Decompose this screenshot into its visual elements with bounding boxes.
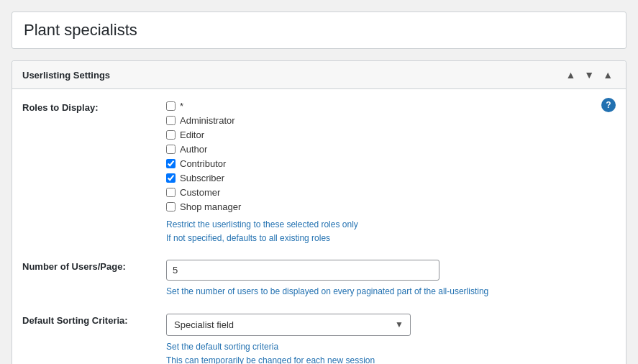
sorting-help-line1: Set the default sorting criteria bbox=[166, 340, 616, 354]
roles-list: * Administrator Editor Author bbox=[166, 101, 601, 212]
widget-up-button[interactable]: ▲ bbox=[562, 68, 578, 81]
role-checkbox-contributor[interactable] bbox=[166, 159, 176, 168]
role-label-author: Author bbox=[180, 144, 207, 155]
users-per-page-input[interactable] bbox=[166, 260, 439, 281]
widget-header: Userlisting Settings ▲ ▼ ▲ bbox=[12, 61, 626, 89]
widget-collapse-button[interactable]: ▲ bbox=[600, 68, 616, 81]
users-per-page-help-text: Set the number of users to be displayed … bbox=[166, 286, 488, 296]
list-item[interactable]: Author bbox=[166, 144, 601, 155]
users-per-page-label: Number of Users/Page: bbox=[22, 260, 166, 299]
role-label-star: * bbox=[180, 101, 183, 112]
widget-down-button[interactable]: ▼ bbox=[581, 68, 597, 81]
sorting-help-line2: This can temporarily be changed for each… bbox=[166, 354, 616, 364]
sorting-label: Default Sorting Criteria: bbox=[22, 314, 166, 364]
role-label-administrator: Administrator bbox=[180, 115, 235, 126]
list-item[interactable]: Subscriber bbox=[166, 173, 601, 183]
roles-help-line2: If not specified, defaults to all existi… bbox=[166, 232, 616, 245]
role-checkbox-shop-manager[interactable] bbox=[166, 202, 176, 211]
widget-title: Userlisting Settings bbox=[22, 70, 110, 81]
widget-controls: ▲ ▼ ▲ bbox=[562, 68, 616, 81]
roles-form-row: Roles to Display: ? * Administrator bbox=[22, 101, 616, 245]
page-title-box: Plant specialists bbox=[12, 12, 626, 49]
role-label-contributor: Contributor bbox=[180, 158, 226, 169]
role-label-editor: Editor bbox=[180, 129, 204, 140]
role-checkbox-customer[interactable] bbox=[166, 188, 176, 197]
sorting-content: Specialist field Name Email Date Registe… bbox=[166, 314, 616, 364]
roles-label: Roles to Display: bbox=[22, 101, 166, 245]
roles-content: ? * Administrator Editor bbox=[166, 101, 616, 245]
roles-help-line1: Restrict the userlisting to these select… bbox=[166, 218, 616, 232]
sorting-help-text: Set the default sorting criteria This ca… bbox=[166, 340, 616, 364]
roles-help-icon[interactable]: ? bbox=[601, 98, 616, 112]
role-label-subscriber: Subscriber bbox=[180, 173, 224, 183]
list-item[interactable]: * bbox=[166, 101, 601, 112]
sorting-form-row: Default Sorting Criteria: Specialist fie… bbox=[22, 314, 616, 364]
roles-help-text: Restrict the userlisting to these select… bbox=[166, 218, 616, 245]
widget-box: Userlisting Settings ▲ ▼ ▲ Roles to Disp… bbox=[12, 60, 626, 364]
role-label-shop-manager: Shop manager bbox=[180, 201, 241, 212]
users-per-page-form-row: Number of Users/Page: Set the number of … bbox=[22, 260, 616, 299]
list-item[interactable]: Shop manager bbox=[166, 201, 601, 212]
role-checkbox-editor[interactable] bbox=[166, 130, 176, 140]
page-title: Plant specialists bbox=[24, 21, 614, 40]
users-per-page-help: Set the number of users to be displayed … bbox=[166, 285, 616, 299]
sorting-select[interactable]: Specialist field Name Email Date Registe… bbox=[166, 314, 411, 336]
users-per-page-content: Set the number of users to be displayed … bbox=[166, 260, 616, 299]
role-checkbox-subscriber[interactable] bbox=[166, 173, 176, 183]
list-item[interactable]: Administrator bbox=[166, 115, 601, 126]
widget-body: Roles to Display: ? * Administrator bbox=[12, 89, 626, 364]
role-checkbox-author[interactable] bbox=[166, 145, 176, 154]
page-wrapper: Plant specialists Userlisting Settings ▲… bbox=[0, 0, 638, 364]
sorting-select-wrapper: Specialist field Name Email Date Registe… bbox=[166, 314, 411, 336]
list-item[interactable]: Editor bbox=[166, 129, 601, 140]
list-item[interactable]: Customer bbox=[166, 187, 601, 198]
role-checkbox-administrator[interactable] bbox=[166, 116, 176, 125]
role-label-customer: Customer bbox=[180, 187, 220, 198]
list-item[interactable]: Contributor bbox=[166, 158, 601, 169]
role-checkbox-star[interactable] bbox=[166, 101, 176, 111]
